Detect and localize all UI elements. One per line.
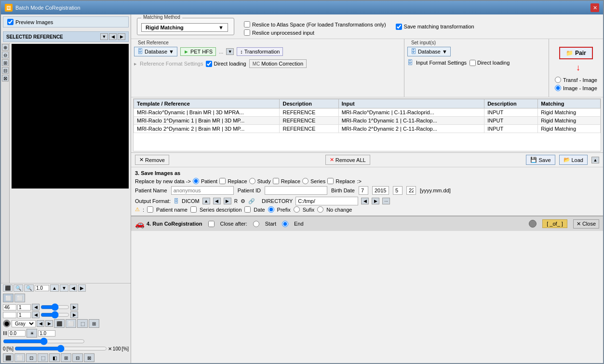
side-icon-1[interactable]: ⊕ — [2, 44, 9, 51]
panel-toggle-1[interactable]: ⬜ — [3, 294, 13, 302]
image-image-radio[interactable] — [555, 85, 561, 91]
zoom-down-btn[interactable]: ▼ — [60, 284, 68, 292]
prefix-radio[interactable] — [268, 206, 274, 213]
color-icon-1[interactable]: ⬛ — [54, 319, 65, 328]
side-icon-4[interactable]: ⊟ — [2, 67, 9, 74]
output-up-btn[interactable]: ▲ — [202, 198, 210, 204]
color-icon-4[interactable]: ⊞ — [89, 319, 99, 328]
slice-value-4[interactable] — [17, 312, 31, 318]
output-prev-btn[interactable]: ◀ — [213, 198, 221, 204]
slice-prev-btn[interactable]: ◀ — [32, 304, 40, 310]
brightness-value[interactable] — [8, 330, 26, 337]
input-database-btn[interactable]: 🗄 Database ▼ — [407, 47, 451, 56]
side-icon-3[interactable]: ⊞ — [2, 59, 9, 66]
direct-loading-checkbox[interactable] — [206, 61, 212, 67]
dir-next-btn[interactable]: ▶ — [372, 198, 379, 204]
patient-id-input[interactable] — [265, 186, 327, 195]
zoom-up-btn[interactable]: ▲ — [50, 284, 59, 292]
birth-day-input[interactable] — [359, 186, 368, 195]
side-icon-2[interactable]: ⊖ — [2, 52, 9, 58]
reslice-unprocessed-checkbox[interactable] — [244, 29, 250, 36]
no-change-radio[interactable] — [317, 206, 323, 213]
birth-day2-input[interactable] — [406, 186, 416, 195]
slice-slider-1[interactable] — [40, 304, 69, 310]
reference-database-btn[interactable]: 🗄 Database ▼ — [134, 47, 177, 56]
save-button[interactable]: 💾 Save — [526, 155, 555, 165]
directory-input[interactable] — [295, 197, 358, 205]
output-next-btn[interactable]: ▶ — [224, 198, 231, 204]
remove-button[interactable]: ✕ Remove — [135, 155, 169, 165]
save-matching-checkbox[interactable] — [396, 24, 402, 30]
main-slider[interactable] — [3, 338, 85, 344]
patient-name-chk[interactable] — [147, 206, 153, 213]
color-icon-3[interactable]: ⬚ — [77, 319, 88, 328]
load-button[interactable]: 📂 Load — [559, 155, 588, 165]
slice-value-2[interactable] — [17, 304, 31, 310]
replace3-checkbox[interactable] — [327, 178, 334, 184]
slice-prev-btn-2[interactable]: ◀ — [32, 311, 40, 318]
transformation-btn[interactable]: ↕ Transformation — [237, 47, 283, 56]
motion-correction-btn[interactable]: MC Motion Correction — [249, 59, 307, 68]
color-circle-btn[interactable]: ⬤ — [3, 320, 11, 327]
bottom-icon-6[interactable]: ⊞ — [61, 353, 71, 362]
series-radio[interactable] — [302, 178, 309, 184]
zoom-fit-btn[interactable]: ⬛ — [3, 284, 13, 292]
birth-month-input[interactable] — [393, 186, 403, 195]
color-prev-btn[interactable]: ◀ — [37, 320, 44, 327]
slice-next-btn[interactable]: ▶ — [70, 304, 78, 310]
birth-year-input[interactable] — [372, 186, 389, 195]
slice-slider-2[interactable] — [40, 312, 69, 318]
bottom-icon-2[interactable]: ⬜ — [14, 353, 25, 362]
pair-button[interactable]: 📁 Pair — [559, 47, 593, 59]
suffix-radio[interactable] — [294, 206, 300, 213]
window-close-button[interactable]: ✕ — [591, 3, 599, 12]
nav-left-btn[interactable]: ◀ — [69, 284, 77, 292]
slice-value-1[interactable] — [3, 304, 16, 310]
slice-value-3[interactable] — [3, 312, 16, 318]
bottom-icon-8[interactable]: ⊠ — [84, 353, 94, 362]
replace2-checkbox[interactable] — [273, 178, 279, 184]
color-next-btn[interactable]: ▶ — [45, 320, 53, 327]
end-radio[interactable] — [282, 221, 288, 227]
ref-dropdown-btn[interactable]: ▼ — [100, 33, 108, 40]
table-row[interactable]: MRI-Raclo 2^Dynamic 2 | Brain MR | 3D MP… — [134, 125, 601, 133]
start-radio[interactable] — [253, 221, 259, 227]
reslice-atlas-checkbox[interactable] — [244, 21, 250, 27]
dir-prev-btn[interactable]: ◀ — [361, 198, 369, 204]
contrast-value[interactable] — [38, 330, 55, 337]
series-desc-chk[interactable] — [190, 206, 197, 213]
method-dropdown[interactable]: Rigid Matching ▼ — [141, 23, 228, 32]
expand-btn[interactable]: ▲ — [591, 157, 599, 163]
nav-right-btn[interactable]: ▶ — [78, 284, 86, 292]
study-radio[interactable] — [249, 178, 255, 184]
patient-name-input[interactable] — [171, 186, 234, 195]
patient-radio[interactable] — [193, 178, 199, 184]
side-icon-5[interactable]: ⊠ — [2, 75, 9, 81]
preview-images-checkbox[interactable] — [7, 19, 13, 25]
bottom-icon-3[interactable]: ⊡ — [26, 353, 37, 362]
pet-btn[interactable]: ► PET HFS — [180, 47, 216, 56]
color-select[interactable]: Gray Color — [12, 320, 36, 327]
pet-dropdown-btn[interactable]: ▼ — [226, 48, 234, 55]
close-bar-button[interactable]: ✕ Close — [573, 219, 599, 229]
bottom-icon-7[interactable]: ⊟ — [72, 353, 83, 362]
zoom-value-input[interactable] — [35, 285, 49, 291]
date-chk[interactable] — [244, 206, 251, 213]
input-direct-loading-checkbox[interactable] — [470, 60, 476, 66]
transf-image-radio[interactable] — [555, 77, 561, 83]
range-slider[interactable] — [14, 346, 107, 351]
run-button[interactable]: 🚗 4. Run CoRegistration — [135, 219, 202, 229]
remove-all-button[interactable]: ✕ Remove ALL — [325, 155, 370, 165]
table-row[interactable]: MRI-Raclo^Dynamic | Brain MR | 3D MPRA..… — [134, 108, 601, 117]
slice-next-btn-2[interactable]: ▶ — [70, 311, 78, 318]
zoom-in-btn[interactable]: 🔍 — [13, 284, 23, 292]
ref-next-btn[interactable]: ▶ — [118, 33, 125, 40]
ref-prev-btn[interactable]: ◀ — [109, 33, 117, 40]
color-icon-2[interactable]: ⬜ — [66, 319, 76, 328]
table-row[interactable]: MRI-Raclo 1^Dynamic 1 | Brain MR | 3D MP… — [134, 117, 601, 125]
bottom-icon-5[interactable]: ◧ — [49, 353, 60, 362]
replace1-checkbox[interactable] — [219, 178, 226, 184]
panel-toggle-2[interactable]: ⬜ — [14, 294, 25, 302]
bottom-icon-1[interactable]: ⬛ — [3, 353, 13, 362]
zoom-out-btn[interactable]: 🔍 — [24, 284, 34, 292]
